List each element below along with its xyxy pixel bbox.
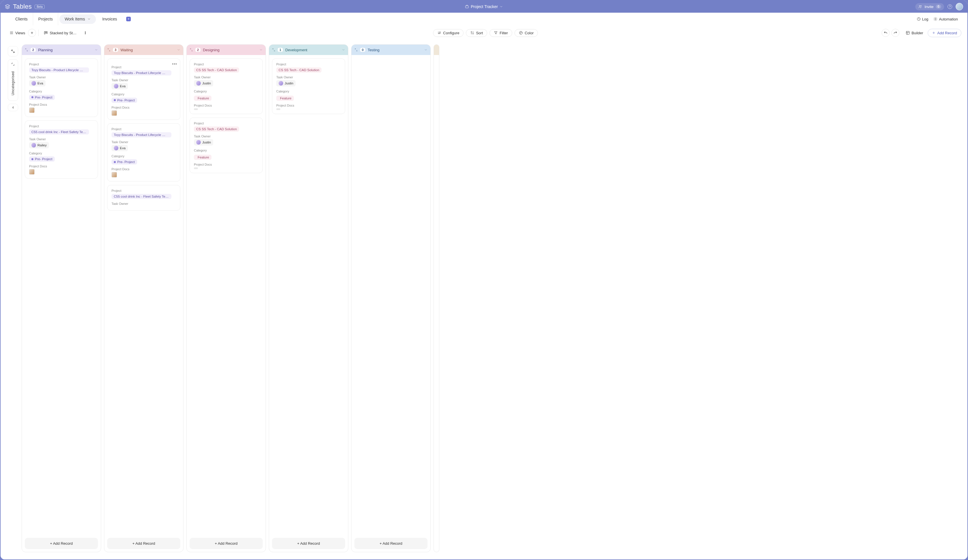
- add-record-button[interactable]: Add Record: [928, 29, 961, 37]
- tab-work-items[interactable]: Work Items: [59, 15, 96, 24]
- chevron-down-icon[interactable]: [342, 48, 345, 51]
- add-view-button[interactable]: [28, 29, 36, 37]
- doc-thumbnail[interactable]: [111, 172, 117, 177]
- card-more-button[interactable]: •••: [172, 61, 177, 66]
- add-record-column-button[interactable]: + Add Record: [25, 538, 98, 549]
- doc-empty: [194, 167, 198, 169]
- kanban-card[interactable]: ProjectCS SS Tech - CAD SolutionTask Own…: [272, 58, 345, 114]
- undo-button[interactable]: [882, 29, 890, 37]
- add-record-column-button[interactable]: + Add Record: [190, 538, 263, 549]
- column-header[interactable]: 3Waiting: [104, 45, 183, 55]
- collapse-icon[interactable]: [272, 48, 275, 51]
- project-chip: Toyy Biscuits - Product Lifecycle …: [111, 70, 171, 75]
- sort-icon: [470, 31, 474, 35]
- column-title: Waiting: [121, 48, 133, 52]
- owner-chip: Justin: [276, 80, 296, 86]
- collapse-icon[interactable]: [190, 48, 193, 51]
- owner-avatar: [114, 84, 118, 88]
- column-header[interactable]: 2Planning: [22, 45, 101, 55]
- field-label-owner: Task Owner: [276, 75, 341, 79]
- svg-point-13: [519, 31, 522, 35]
- column-header[interactable]: 1Development: [269, 45, 348, 55]
- current-view[interactable]: Stacked by Sta…: [41, 29, 81, 37]
- collapse-icon[interactable]: [107, 48, 111, 51]
- log-button[interactable]: Log: [917, 17, 928, 22]
- add-record-column-button[interactable]: + Add Record: [107, 538, 181, 549]
- kanban-card[interactable]: ProjectToyy Biscuits - Product Lifecycle…: [25, 58, 98, 117]
- user-avatar[interactable]: [956, 3, 963, 10]
- collapse-icon[interactable]: [25, 48, 28, 51]
- field-label-owner: Task Owner: [29, 75, 94, 79]
- column-count: 2: [195, 48, 201, 52]
- chevron-down-icon[interactable]: [424, 48, 428, 51]
- project-chip: C55 cool drink Inc - Fleet Safety Te…: [111, 194, 171, 199]
- category-chip: Pre- Project: [29, 95, 55, 100]
- add-record-column-button[interactable]: + Add Record: [354, 538, 428, 549]
- category-chip: Feature: [194, 155, 211, 160]
- svg-point-10: [85, 34, 86, 34]
- project-switcher[interactable]: Project Tracker: [465, 4, 503, 9]
- owner-avatar: [31, 81, 36, 86]
- svg-rect-7: [47, 31, 47, 34]
- add-tab-button[interactable]: +: [126, 17, 131, 22]
- add-record-column-button[interactable]: + Add Record: [272, 538, 345, 549]
- chevron-down-icon[interactable]: [259, 48, 263, 51]
- doc-thumbnail[interactable]: [29, 169, 35, 174]
- column-count: 2: [31, 48, 36, 52]
- chevron-down-icon[interactable]: [177, 48, 181, 51]
- chevron-down-icon: [499, 5, 503, 8]
- field-label-project: Project: [111, 189, 176, 192]
- expand-board-button[interactable]: [8, 46, 18, 56]
- view-more-button[interactable]: [81, 29, 89, 37]
- doc-empty: [194, 108, 198, 110]
- expand-icon: [11, 49, 15, 53]
- chevron-down-icon[interactable]: [94, 48, 98, 51]
- kanban-card[interactable]: ProjectC55 cool drink Inc - Fleet Safety…: [107, 185, 181, 210]
- invite-button[interactable]: Invite 6: [915, 3, 944, 10]
- tab-invoices[interactable]: Invoices: [97, 13, 122, 25]
- expand-icon: [11, 63, 15, 66]
- kanban-card[interactable]: ProjectCS SS Tech - CAD SolutionTask Own…: [190, 58, 263, 114]
- field-label-project: Project: [29, 124, 94, 128]
- svg-rect-5: [45, 31, 45, 34]
- column-count: 3: [113, 48, 118, 52]
- field-label-category: Category: [29, 151, 94, 155]
- palette-icon: [519, 31, 523, 35]
- sort-button[interactable]: Sort: [466, 29, 487, 37]
- column-offscreen: [434, 45, 439, 552]
- kanban-card[interactable]: •••ProjectToyy Biscuits - Product Lifecy…: [107, 58, 181, 120]
- help-icon[interactable]: ?: [948, 4, 952, 9]
- briefcase-icon: [465, 5, 469, 8]
- kanban-card[interactable]: ProjectToyy Biscuits - Product Lifecycle…: [107, 123, 181, 182]
- project-chip: CS SS Tech - CAD Solution: [276, 68, 322, 73]
- field-label-category: Category: [276, 89, 341, 93]
- app-header: Tables Beta Project Tracker Invite 6 ?: [1, 1, 967, 13]
- collapse-icon[interactable]: [354, 48, 358, 51]
- column-header[interactable]: 2Designing: [187, 45, 266, 55]
- tab-projects[interactable]: Projects: [33, 13, 58, 25]
- redo-button[interactable]: [891, 29, 900, 37]
- doc-thumbnail[interactable]: [29, 108, 35, 113]
- automation-button[interactable]: Automation: [933, 17, 958, 22]
- color-button[interactable]: Color: [515, 29, 538, 37]
- configure-button[interactable]: Configure: [433, 29, 464, 37]
- chevron-down-icon: [87, 17, 91, 21]
- owner-chip: Justin: [194, 139, 213, 146]
- uncategorised-column-collapsed[interactable]: Uncategorised: [8, 59, 18, 101]
- builder-button[interactable]: Builder: [903, 29, 926, 37]
- category-chip: Feature: [276, 96, 294, 101]
- invite-label: Invite: [925, 5, 933, 9]
- people-icon: [918, 5, 922, 8]
- column-waiting: 3Waiting•••ProjectToyy Biscuits - Produc…: [104, 45, 184, 552]
- kanban-card[interactable]: ProjectCS SS Tech - CAD SolutionTask Own…: [190, 118, 263, 173]
- tab-clients[interactable]: Clients: [10, 13, 33, 25]
- layout-icon: [906, 31, 910, 35]
- kanban-card[interactable]: ProjectC55 cool drink Inc - Fleet Safety…: [25, 121, 98, 179]
- doc-thumbnail[interactable]: [111, 110, 117, 116]
- column-header[interactable]: 0Testing: [351, 45, 430, 55]
- views-button[interactable]: Views: [7, 29, 28, 37]
- project-chip: CS SS Tech - CAD Solution: [194, 126, 239, 132]
- field-label-category: Category: [194, 149, 259, 152]
- filter-button[interactable]: Filter: [489, 29, 512, 37]
- owner-chip: Eva: [111, 145, 128, 151]
